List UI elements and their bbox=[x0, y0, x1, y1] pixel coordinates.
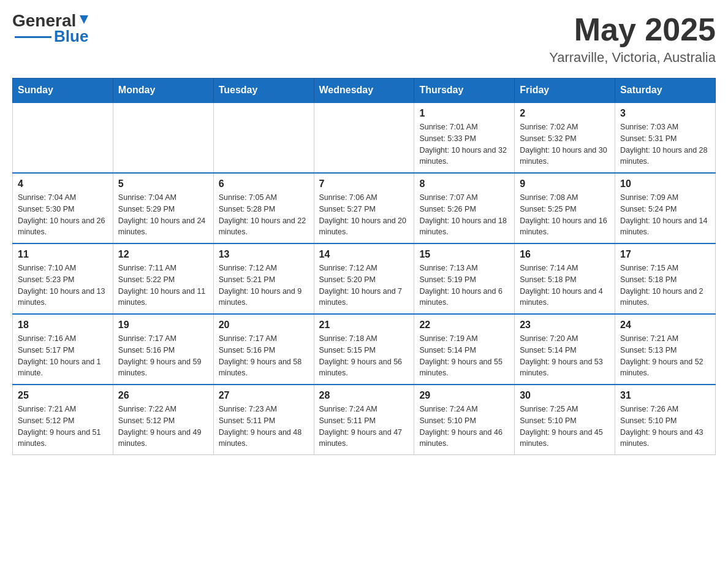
day-info: Sunrise: 7:07 AM Sunset: 5:26 PM Dayligh… bbox=[419, 192, 509, 238]
logo-text-blue: Blue bbox=[54, 27, 88, 46]
day-number: 16 bbox=[520, 249, 610, 260]
column-header-sunday: Sunday bbox=[13, 79, 113, 103]
svg-marker-0 bbox=[80, 15, 88, 24]
calendar-cell: 14Sunrise: 7:12 AM Sunset: 5:20 PM Dayli… bbox=[314, 243, 414, 314]
calendar-cell: 3Sunrise: 7:03 AM Sunset: 5:31 PM Daylig… bbox=[615, 102, 716, 173]
column-header-wednesday: Wednesday bbox=[314, 79, 414, 103]
month-title: May 2025 bbox=[549, 12, 716, 47]
calendar-cell: 26Sunrise: 7:22 AM Sunset: 5:12 PM Dayli… bbox=[113, 385, 213, 455]
week-row-3: 11Sunrise: 7:10 AM Sunset: 5:23 PM Dayli… bbox=[13, 243, 716, 314]
calendar-cell: 28Sunrise: 7:24 AM Sunset: 5:11 PM Dayli… bbox=[314, 385, 414, 455]
calendar-cell: 24Sunrise: 7:21 AM Sunset: 5:13 PM Dayli… bbox=[615, 314, 716, 385]
calendar-cell: 31Sunrise: 7:26 AM Sunset: 5:10 PM Dayli… bbox=[615, 385, 716, 455]
day-number: 24 bbox=[620, 320, 710, 331]
calendar-cell: 10Sunrise: 7:09 AM Sunset: 5:24 PM Dayli… bbox=[615, 173, 716, 243]
day-number: 1 bbox=[419, 108, 509, 119]
day-info: Sunrise: 7:19 AM Sunset: 5:14 PM Dayligh… bbox=[419, 333, 509, 379]
day-number: 20 bbox=[219, 320, 309, 331]
day-info: Sunrise: 7:20 AM Sunset: 5:14 PM Dayligh… bbox=[520, 333, 610, 379]
day-info: Sunrise: 7:13 AM Sunset: 5:19 PM Dayligh… bbox=[419, 262, 509, 308]
day-number: 31 bbox=[620, 390, 710, 401]
day-number: 18 bbox=[18, 320, 108, 331]
day-info: Sunrise: 7:03 AM Sunset: 5:31 PM Dayligh… bbox=[620, 121, 710, 167]
logo-line bbox=[15, 36, 51, 38]
calendar-cell: 9Sunrise: 7:08 AM Sunset: 5:25 PM Daylig… bbox=[515, 173, 615, 243]
day-info: Sunrise: 7:15 AM Sunset: 5:18 PM Dayligh… bbox=[620, 262, 710, 308]
day-number: 15 bbox=[419, 249, 509, 260]
page-header: General Blue May 2025 Yarraville, Victor… bbox=[12, 12, 716, 66]
day-number: 17 bbox=[620, 249, 710, 260]
day-info: Sunrise: 7:04 AM Sunset: 5:30 PM Dayligh… bbox=[18, 192, 108, 238]
day-number: 13 bbox=[219, 249, 309, 260]
day-info: Sunrise: 7:24 AM Sunset: 5:11 PM Dayligh… bbox=[319, 404, 409, 450]
day-info: Sunrise: 7:12 AM Sunset: 5:21 PM Dayligh… bbox=[219, 262, 309, 308]
day-info: Sunrise: 7:26 AM Sunset: 5:10 PM Dayligh… bbox=[620, 404, 710, 450]
day-info: Sunrise: 7:24 AM Sunset: 5:10 PM Dayligh… bbox=[419, 404, 509, 450]
day-number: 10 bbox=[620, 178, 710, 190]
day-number: 2 bbox=[520, 108, 610, 119]
calendar-cell: 22Sunrise: 7:19 AM Sunset: 5:14 PM Dayli… bbox=[414, 314, 515, 385]
day-info: Sunrise: 7:22 AM Sunset: 5:12 PM Dayligh… bbox=[118, 404, 208, 450]
calendar-cell: 27Sunrise: 7:23 AM Sunset: 5:11 PM Dayli… bbox=[213, 385, 314, 455]
column-header-monday: Monday bbox=[113, 79, 213, 103]
week-row-5: 25Sunrise: 7:21 AM Sunset: 5:12 PM Dayli… bbox=[13, 385, 716, 455]
calendar-cell: 1Sunrise: 7:01 AM Sunset: 5:33 PM Daylig… bbox=[414, 102, 515, 173]
column-header-friday: Friday bbox=[515, 79, 615, 103]
calendar-cell: 25Sunrise: 7:21 AM Sunset: 5:12 PM Dayli… bbox=[13, 385, 113, 455]
day-info: Sunrise: 7:01 AM Sunset: 5:33 PM Dayligh… bbox=[419, 121, 509, 167]
day-number: 29 bbox=[419, 390, 509, 401]
calendar-cell: 29Sunrise: 7:24 AM Sunset: 5:10 PM Dayli… bbox=[414, 385, 515, 455]
day-info: Sunrise: 7:23 AM Sunset: 5:11 PM Dayligh… bbox=[219, 404, 309, 450]
day-info: Sunrise: 7:02 AM Sunset: 5:32 PM Dayligh… bbox=[520, 121, 610, 167]
day-number: 21 bbox=[319, 320, 409, 331]
day-number: 6 bbox=[219, 178, 309, 190]
day-number: 4 bbox=[18, 178, 108, 190]
day-number: 23 bbox=[520, 320, 610, 331]
calendar-cell: 5Sunrise: 7:04 AM Sunset: 5:29 PM Daylig… bbox=[113, 173, 213, 243]
calendar-cell: 11Sunrise: 7:10 AM Sunset: 5:23 PM Dayli… bbox=[13, 243, 113, 314]
day-info: Sunrise: 7:04 AM Sunset: 5:29 PM Dayligh… bbox=[118, 192, 208, 238]
day-number: 7 bbox=[319, 178, 409, 190]
day-info: Sunrise: 7:17 AM Sunset: 5:16 PM Dayligh… bbox=[219, 333, 309, 379]
day-number: 8 bbox=[419, 178, 509, 190]
calendar-cell: 4Sunrise: 7:04 AM Sunset: 5:30 PM Daylig… bbox=[13, 173, 113, 243]
day-number: 14 bbox=[319, 249, 409, 260]
calendar-cell: 19Sunrise: 7:17 AM Sunset: 5:16 PM Dayli… bbox=[113, 314, 213, 385]
day-number: 11 bbox=[18, 249, 108, 260]
column-header-tuesday: Tuesday bbox=[213, 79, 314, 103]
calendar-table: SundayMondayTuesdayWednesdayThursdayFrid… bbox=[12, 78, 716, 455]
day-info: Sunrise: 7:25 AM Sunset: 5:10 PM Dayligh… bbox=[520, 404, 610, 450]
day-info: Sunrise: 7:09 AM Sunset: 5:24 PM Dayligh… bbox=[620, 192, 710, 238]
day-info: Sunrise: 7:21 AM Sunset: 5:12 PM Dayligh… bbox=[18, 404, 108, 450]
day-info: Sunrise: 7:14 AM Sunset: 5:18 PM Dayligh… bbox=[520, 262, 610, 308]
logo-arrow-icon bbox=[77, 13, 91, 26]
day-info: Sunrise: 7:12 AM Sunset: 5:20 PM Dayligh… bbox=[319, 262, 409, 308]
calendar-cell: 8Sunrise: 7:07 AM Sunset: 5:26 PM Daylig… bbox=[414, 173, 515, 243]
calendar-cell: 13Sunrise: 7:12 AM Sunset: 5:21 PM Dayli… bbox=[213, 243, 314, 314]
day-number: 3 bbox=[620, 108, 710, 119]
week-row-1: 1Sunrise: 7:01 AM Sunset: 5:33 PM Daylig… bbox=[13, 102, 716, 173]
calendar-cell bbox=[113, 102, 213, 173]
day-number: 28 bbox=[319, 390, 409, 401]
day-info: Sunrise: 7:11 AM Sunset: 5:22 PM Dayligh… bbox=[118, 262, 208, 308]
calendar-cell: 30Sunrise: 7:25 AM Sunset: 5:10 PM Dayli… bbox=[515, 385, 615, 455]
day-number: 9 bbox=[520, 178, 610, 190]
calendar-cell: 7Sunrise: 7:06 AM Sunset: 5:27 PM Daylig… bbox=[314, 173, 414, 243]
day-number: 5 bbox=[118, 178, 208, 190]
calendar-cell: 15Sunrise: 7:13 AM Sunset: 5:19 PM Dayli… bbox=[414, 243, 515, 314]
day-number: 12 bbox=[118, 249, 208, 260]
day-info: Sunrise: 7:18 AM Sunset: 5:15 PM Dayligh… bbox=[319, 333, 409, 379]
week-row-2: 4Sunrise: 7:04 AM Sunset: 5:30 PM Daylig… bbox=[13, 173, 716, 243]
logo: General Blue bbox=[12, 12, 91, 46]
calendar-cell bbox=[213, 102, 314, 173]
calendar-cell bbox=[314, 102, 414, 173]
title-block: May 2025 Yarraville, Victoria, Australia bbox=[549, 12, 716, 66]
day-info: Sunrise: 7:10 AM Sunset: 5:23 PM Dayligh… bbox=[18, 262, 108, 308]
calendar-cell: 16Sunrise: 7:14 AM Sunset: 5:18 PM Dayli… bbox=[515, 243, 615, 314]
day-number: 30 bbox=[520, 390, 610, 401]
day-number: 22 bbox=[419, 320, 509, 331]
calendar-cell: 6Sunrise: 7:05 AM Sunset: 5:28 PM Daylig… bbox=[213, 173, 314, 243]
header-row: SundayMondayTuesdayWednesdayThursdayFrid… bbox=[13, 79, 716, 103]
location-title: Yarraville, Victoria, Australia bbox=[549, 50, 716, 66]
day-info: Sunrise: 7:17 AM Sunset: 5:16 PM Dayligh… bbox=[118, 333, 208, 379]
